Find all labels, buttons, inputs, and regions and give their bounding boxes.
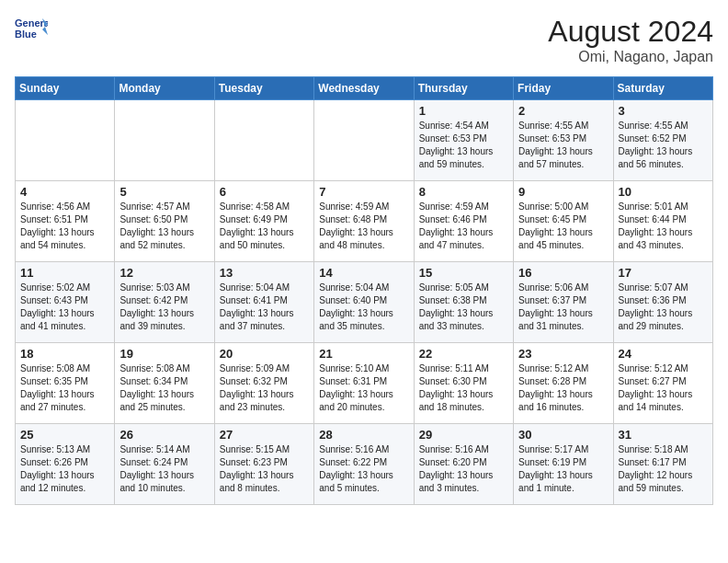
day-number: 30 <box>518 428 608 442</box>
day-number: 16 <box>518 266 608 280</box>
calendar-cell: 8Sunrise: 4:59 AM Sunset: 6:46 PM Daylig… <box>414 181 513 262</box>
calendar-cell <box>314 100 414 181</box>
location: Omi, Nagano, Japan <box>548 49 713 65</box>
cell-content: Sunrise: 5:00 AM Sunset: 6:45 PM Dayligh… <box>518 201 608 252</box>
day-number: 27 <box>220 428 309 442</box>
calendar-cell: 2Sunrise: 4:55 AM Sunset: 6:53 PM Daylig… <box>514 100 613 181</box>
calendar-cell: 15Sunrise: 5:05 AM Sunset: 6:38 PM Dayli… <box>414 262 513 343</box>
cell-content: Sunrise: 5:10 AM Sunset: 6:31 PM Dayligh… <box>319 362 408 414</box>
cell-content: Sunrise: 5:08 AM Sunset: 6:34 PM Dayligh… <box>119 362 209 414</box>
day-number: 8 <box>419 185 508 199</box>
cell-content: Sunrise: 5:06 AM Sunset: 6:37 PM Dayligh… <box>518 282 608 333</box>
cell-content: Sunrise: 5:11 AM Sunset: 6:30 PM Dayligh… <box>419 362 508 414</box>
logo: General Blue <box>15 15 48 40</box>
day-number: 25 <box>20 428 109 442</box>
week-row-1: 1Sunrise: 4:54 AM Sunset: 6:53 PM Daylig… <box>16 100 713 181</box>
calendar-cell: 3Sunrise: 4:55 AM Sunset: 6:52 PM Daylig… <box>613 100 712 181</box>
day-number: 20 <box>220 347 309 361</box>
day-number: 17 <box>619 266 708 280</box>
day-number: 12 <box>119 266 209 280</box>
day-number: 29 <box>419 428 508 442</box>
day-number: 1 <box>419 104 508 118</box>
day-number: 10 <box>619 185 708 199</box>
day-number: 7 <box>319 185 408 199</box>
calendar-cell: 31Sunrise: 5:18 AM Sunset: 6:17 PM Dayli… <box>613 424 712 505</box>
week-row-2: 4Sunrise: 4:56 AM Sunset: 6:51 PM Daylig… <box>16 181 713 262</box>
day-number: 11 <box>20 266 109 280</box>
cell-content: Sunrise: 5:18 AM Sunset: 6:17 PM Dayligh… <box>619 443 708 495</box>
day-number: 15 <box>419 266 508 280</box>
calendar-cell: 4Sunrise: 4:56 AM Sunset: 6:51 PM Daylig… <box>16 181 115 262</box>
calendar-cell <box>214 100 313 181</box>
cell-content: Sunrise: 4:55 AM Sunset: 6:53 PM Dayligh… <box>518 120 608 171</box>
day-number: 26 <box>119 428 209 442</box>
cell-content: Sunrise: 5:17 AM Sunset: 6:19 PM Dayligh… <box>518 443 608 495</box>
calendar-cell: 21Sunrise: 5:10 AM Sunset: 6:31 PM Dayli… <box>314 343 414 424</box>
day-header-wednesday: Wednesday <box>314 77 414 100</box>
calendar-cell: 26Sunrise: 5:14 AM Sunset: 6:24 PM Dayli… <box>115 424 214 505</box>
calendar-cell: 28Sunrise: 5:16 AM Sunset: 6:22 PM Dayli… <box>314 424 414 505</box>
calendar-cell: 6Sunrise: 4:58 AM Sunset: 6:49 PM Daylig… <box>214 181 313 262</box>
calendar-cell: 19Sunrise: 5:08 AM Sunset: 6:34 PM Dayli… <box>115 343 214 424</box>
calendar-cell: 13Sunrise: 5:04 AM Sunset: 6:41 PM Dayli… <box>214 262 313 343</box>
day-number: 21 <box>319 347 408 361</box>
calendar-cell: 11Sunrise: 5:02 AM Sunset: 6:43 PM Dayli… <box>16 262 115 343</box>
page-header: General Blue August 2024 Omi, Nagano, Ja… <box>15 15 713 65</box>
week-row-4: 18Sunrise: 5:08 AM Sunset: 6:35 PM Dayli… <box>16 343 713 424</box>
day-header-friday: Friday <box>514 77 613 100</box>
day-header-monday: Monday <box>115 77 214 100</box>
day-number: 18 <box>20 347 109 361</box>
day-number: 3 <box>619 104 708 118</box>
calendar-cell <box>115 100 214 181</box>
cell-content: Sunrise: 5:02 AM Sunset: 6:43 PM Dayligh… <box>20 282 109 333</box>
week-row-3: 11Sunrise: 5:02 AM Sunset: 6:43 PM Dayli… <box>16 262 713 343</box>
cell-content: Sunrise: 5:12 AM Sunset: 6:27 PM Dayligh… <box>619 362 708 414</box>
calendar-cell: 14Sunrise: 5:04 AM Sunset: 6:40 PM Dayli… <box>314 262 414 343</box>
calendar-cell: 17Sunrise: 5:07 AM Sunset: 6:36 PM Dayli… <box>613 262 712 343</box>
calendar-cell: 30Sunrise: 5:17 AM Sunset: 6:19 PM Dayli… <box>514 424 613 505</box>
calendar-cell: 9Sunrise: 5:00 AM Sunset: 6:45 PM Daylig… <box>514 181 613 262</box>
cell-content: Sunrise: 4:56 AM Sunset: 6:51 PM Dayligh… <box>20 201 109 252</box>
cell-content: Sunrise: 5:01 AM Sunset: 6:44 PM Dayligh… <box>619 201 708 252</box>
calendar-table: SundayMondayTuesdayWednesdayThursdayFrid… <box>15 76 713 505</box>
cell-content: Sunrise: 5:07 AM Sunset: 6:36 PM Dayligh… <box>619 282 708 333</box>
day-number: 22 <box>419 347 508 361</box>
day-number: 19 <box>119 347 209 361</box>
day-number: 23 <box>518 347 608 361</box>
title-block: August 2024 Omi, Nagano, Japan <box>548 15 713 65</box>
calendar-cell: 27Sunrise: 5:15 AM Sunset: 6:23 PM Dayli… <box>214 424 313 505</box>
cell-content: Sunrise: 4:59 AM Sunset: 6:46 PM Dayligh… <box>419 201 508 252</box>
calendar-cell: 16Sunrise: 5:06 AM Sunset: 6:37 PM Dayli… <box>514 262 613 343</box>
calendar-cell: 10Sunrise: 5:01 AM Sunset: 6:44 PM Dayli… <box>613 181 712 262</box>
day-number: 31 <box>619 428 708 442</box>
day-header-sunday: Sunday <box>16 77 115 100</box>
cell-content: Sunrise: 5:12 AM Sunset: 6:28 PM Dayligh… <box>518 362 608 414</box>
calendar-cell: 1Sunrise: 4:54 AM Sunset: 6:53 PM Daylig… <box>414 100 513 181</box>
day-header-thursday: Thursday <box>414 77 513 100</box>
cell-content: Sunrise: 4:57 AM Sunset: 6:50 PM Dayligh… <box>119 201 209 252</box>
week-row-5: 25Sunrise: 5:13 AM Sunset: 6:26 PM Dayli… <box>16 424 713 505</box>
calendar-cell: 24Sunrise: 5:12 AM Sunset: 6:27 PM Dayli… <box>613 343 712 424</box>
cell-content: Sunrise: 4:58 AM Sunset: 6:49 PM Dayligh… <box>220 201 309 252</box>
cell-content: Sunrise: 5:15 AM Sunset: 6:23 PM Dayligh… <box>220 443 309 495</box>
cell-content: Sunrise: 5:09 AM Sunset: 6:32 PM Dayligh… <box>220 362 309 414</box>
cell-content: Sunrise: 5:08 AM Sunset: 6:35 PM Dayligh… <box>20 362 109 414</box>
cell-content: Sunrise: 5:14 AM Sunset: 6:24 PM Dayligh… <box>119 443 209 495</box>
cell-content: Sunrise: 5:05 AM Sunset: 6:38 PM Dayligh… <box>419 282 508 333</box>
day-number: 9 <box>518 185 608 199</box>
calendar-cell: 12Sunrise: 5:03 AM Sunset: 6:42 PM Dayli… <box>115 262 214 343</box>
calendar-cell: 20Sunrise: 5:09 AM Sunset: 6:32 PM Dayli… <box>214 343 313 424</box>
day-header-tuesday: Tuesday <box>214 77 313 100</box>
day-number: 5 <box>119 185 209 199</box>
cell-content: Sunrise: 5:13 AM Sunset: 6:26 PM Dayligh… <box>20 443 109 495</box>
logo-icon: General Blue <box>15 15 48 40</box>
calendar-cell <box>16 100 115 181</box>
cell-content: Sunrise: 5:04 AM Sunset: 6:40 PM Dayligh… <box>319 282 408 333</box>
calendar-cell: 25Sunrise: 5:13 AM Sunset: 6:26 PM Dayli… <box>16 424 115 505</box>
day-header-saturday: Saturday <box>613 77 712 100</box>
month-year: August 2024 <box>548 15 713 49</box>
day-number: 13 <box>220 266 309 280</box>
calendar-cell: 7Sunrise: 4:59 AM Sunset: 6:48 PM Daylig… <box>314 181 414 262</box>
cell-content: Sunrise: 4:55 AM Sunset: 6:52 PM Dayligh… <box>619 120 708 171</box>
calendar-cell: 5Sunrise: 4:57 AM Sunset: 6:50 PM Daylig… <box>115 181 214 262</box>
